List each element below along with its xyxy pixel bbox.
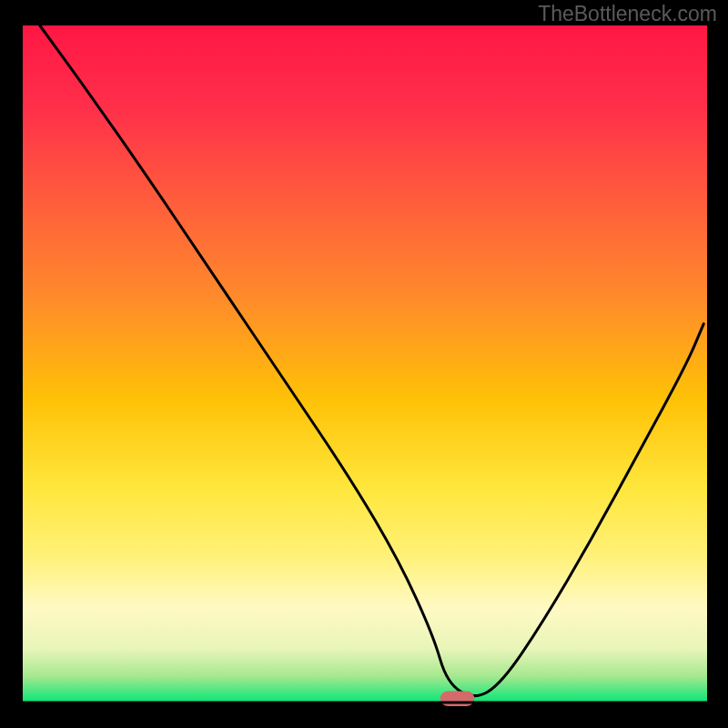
plot-area <box>23 25 707 703</box>
optimal-marker <box>440 692 475 706</box>
bottleneck-chart <box>0 0 728 728</box>
chart-container: TheBottleneck.com <box>0 0 728 728</box>
watermark-text: TheBottleneck.com <box>538 2 717 26</box>
